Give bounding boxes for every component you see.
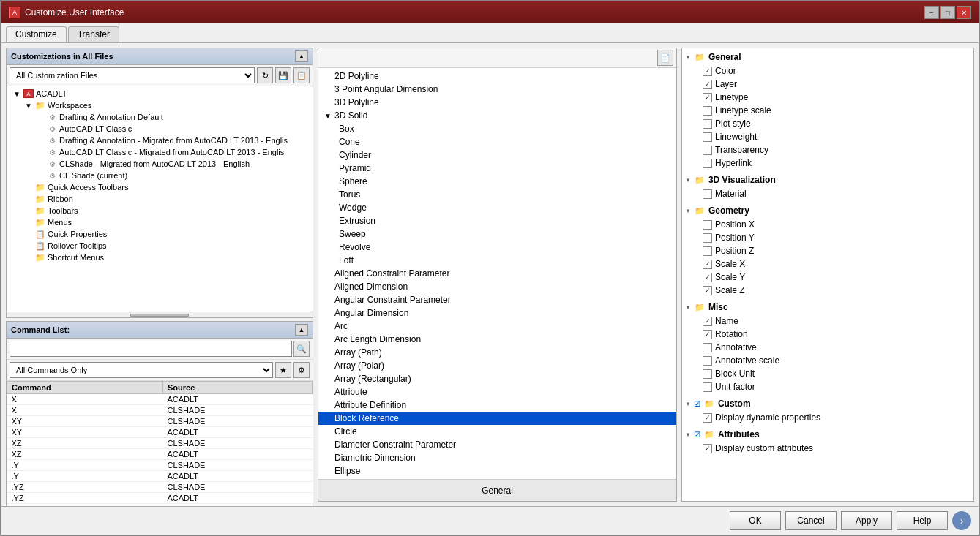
props-item[interactable]: Rotation <box>682 328 973 341</box>
property-checkbox[interactable] <box>703 80 712 89</box>
property-checkbox[interactable] <box>703 119 712 129</box>
list-item[interactable]: Array (Rectangular) <box>318 372 676 385</box>
property-checkbox[interactable] <box>703 260 712 269</box>
list-item[interactable]: Block Reference <box>318 412 676 425</box>
table-row[interactable]: XZCLSHADE <box>7 438 313 449</box>
list-item[interactable]: Box <box>318 122 676 135</box>
property-checkbox[interactable] <box>703 369 712 379</box>
property-checkbox[interactable] <box>703 286 712 295</box>
tree-item[interactable]: 📋Rollover Tooltips <box>8 240 311 252</box>
list-item[interactable]: Sphere <box>318 175 676 188</box>
middle-toolbar-btn[interactable]: 📄 <box>657 50 673 66</box>
list-item[interactable]: Aligned Dimension <box>318 280 676 293</box>
command-search-input[interactable] <box>10 341 292 357</box>
list-item[interactable]: Angular Constraint Parameter <box>318 293 676 306</box>
maximize-button[interactable]: □ <box>940 6 955 19</box>
table-row[interactable]: XCLSHADE <box>7 405 313 416</box>
tab-transfer[interactable]: Transfer <box>68 26 119 42</box>
props-item[interactable]: Annotative <box>682 341 973 354</box>
props-item[interactable]: Lineweight <box>682 130 973 143</box>
tree-item[interactable]: ⚙CL Shade (current) <box>8 170 311 181</box>
commands-list[interactable]: 2D Polyline 3 Point Angular Dimension 3D… <box>318 68 676 479</box>
list-item[interactable]: Cone <box>318 135 676 148</box>
list-item[interactable]: Arc <box>318 320 676 333</box>
props-item[interactable]: Display custom attributes <box>682 442 973 455</box>
close-button[interactable]: ✕ <box>957 6 971 19</box>
list-item[interactable]: Attribute Definition <box>318 399 676 412</box>
table-row[interactable]: XYACADLT <box>7 427 313 438</box>
property-checkbox[interactable] <box>703 356 712 366</box>
property-checkbox[interactable] <box>703 343 712 352</box>
table-row[interactable]: XACADLT <box>7 394 313 405</box>
list-item[interactable]: Torus <box>318 188 676 201</box>
table-row[interactable]: XYCLSHADE <box>7 416 313 427</box>
props-item[interactable]: Scale Z <box>682 284 973 297</box>
property-checkbox[interactable] <box>703 93 712 102</box>
tree-item[interactable]: ▼AACADLT <box>8 88 311 99</box>
tree-item[interactable]: ⚙Drafting & Annotation Default <box>8 111 311 123</box>
list-item[interactable]: ▼ 3D Solid <box>318 109 676 122</box>
list-item[interactable]: Array (Polar) <box>318 359 676 372</box>
table-row[interactable]: .YCLSHADE <box>7 460 313 471</box>
tree-item[interactable]: 📁Toolbars <box>8 205 311 216</box>
property-checkbox[interactable] <box>703 273 712 282</box>
list-item[interactable]: Sweep <box>318 227 676 241</box>
apply-button[interactable]: Apply <box>841 511 892 530</box>
favorite-button[interactable]: ★ <box>275 362 291 378</box>
add-button[interactable]: ⚙ <box>293 362 310 378</box>
ok-button[interactable]: OK <box>730 511 781 530</box>
props-item[interactable]: Transparency <box>682 143 973 156</box>
props-item[interactable]: Layer <box>682 78 973 91</box>
tree-item[interactable]: 📁Menus <box>8 216 311 228</box>
property-checkbox[interactable] <box>703 382 712 392</box>
section-header[interactable]: ▼ 📁 General <box>682 50 973 64</box>
list-item[interactable]: Extrusion <box>318 214 676 227</box>
tree-item[interactable]: ⚙Drafting & Annotation - Migrated from A… <box>8 135 311 146</box>
property-checkbox[interactable] <box>703 189 712 199</box>
property-checkbox[interactable] <box>703 132 712 142</box>
props-item[interactable]: Position Z <box>682 244 973 257</box>
property-checkbox[interactable] <box>703 106 712 116</box>
props-item[interactable]: Display dynamic properties <box>682 411 973 424</box>
list-item[interactable]: Angular Dimension <box>318 306 676 320</box>
property-checkbox[interactable] <box>703 233 712 243</box>
cancel-button[interactable]: Cancel <box>785 511 837 530</box>
list-item[interactable]: Pyramid <box>318 162 676 175</box>
props-item[interactable]: Linetype <box>682 91 973 104</box>
save-button[interactable]: 💾 <box>275 67 291 83</box>
section-header[interactable]: ▼ 📁 Geometry <box>682 203 973 218</box>
table-row[interactable]: .YZCLSHADE <box>7 482 313 493</box>
list-item[interactable]: Arc Length Dimension <box>318 333 676 346</box>
list-item[interactable]: 3D Polyline <box>318 96 676 109</box>
list-item[interactable]: Ellipse <box>318 464 676 478</box>
list-item[interactable]: 2D Polyline <box>318 69 676 83</box>
copy-button[interactable]: 📋 <box>293 67 310 83</box>
search-button[interactable]: 🔍 <box>293 341 310 357</box>
section-header[interactable]: ▼ ☑ 📁 Attributes <box>682 427 973 442</box>
tree-item[interactable]: ⚙CLShade - Migrated from AutoCAD LT 2013… <box>8 158 311 170</box>
section-header[interactable]: ▼ ☑ 📁 Custom <box>682 396 973 411</box>
table-row[interactable]: .YZACADLT <box>7 493 313 504</box>
list-item[interactable]: Cylinder <box>318 148 676 162</box>
property-checkbox[interactable] <box>703 159 712 168</box>
tab-customize[interactable]: Customize <box>6 26 67 42</box>
list-item[interactable]: Diametric Dimension <box>318 451 676 464</box>
list-item[interactable]: Diameter Constraint Parameter <box>318 438 676 451</box>
tree-item[interactable]: ▼📁Workspaces <box>8 99 311 111</box>
property-checkbox[interactable] <box>703 317 712 326</box>
props-item[interactable]: Plot style <box>682 117 973 130</box>
tree-item[interactable]: ⚙AutoCAD LT Classic <box>8 123 311 135</box>
list-item[interactable]: 3 Point Angular Dimension <box>318 83 676 96</box>
collapse-button[interactable]: ▲ <box>295 50 308 62</box>
tree-item[interactable]: 📁Shortcut Menus <box>8 252 311 263</box>
props-item[interactable]: Color <box>682 64 973 78</box>
tree-item[interactable]: 📁Ribbon <box>8 193 311 205</box>
customization-files-dropdown[interactable]: All Customization Files <box>10 67 255 83</box>
property-checkbox[interactable] <box>703 146 712 155</box>
list-item[interactable]: Wedge <box>318 201 676 214</box>
section-header[interactable]: ▼ 📁 3D Visualization <box>682 173 973 187</box>
props-item[interactable]: Block Unit <box>682 367 973 380</box>
property-checkbox[interactable] <box>703 220 712 230</box>
property-checkbox[interactable] <box>703 444 712 453</box>
cmd-collapse-button[interactable]: ▲ <box>295 324 308 336</box>
